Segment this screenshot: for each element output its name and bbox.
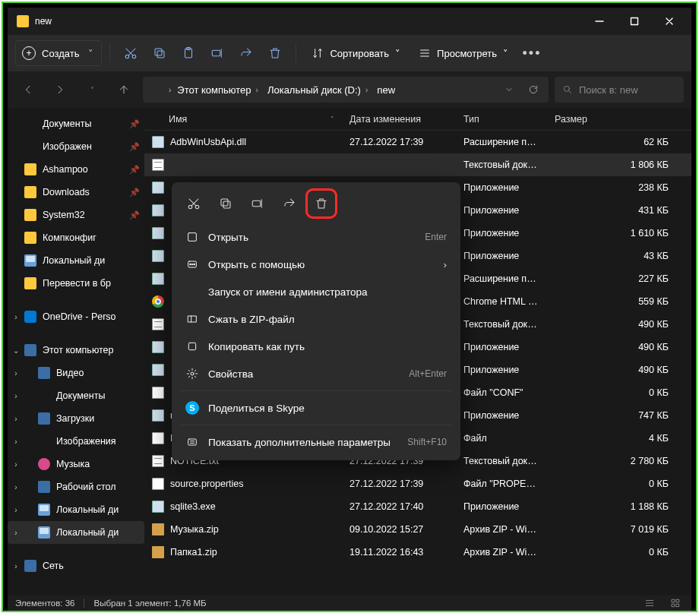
- forward-button[interactable]: [47, 77, 73, 103]
- file-size: 1 188 КБ: [547, 501, 691, 512]
- ctx-show-more[interactable]: Показать дополнительные параметрыShift+F…: [176, 428, 456, 456]
- txt-icon: [152, 159, 164, 171]
- more-button[interactable]: •••: [519, 40, 545, 66]
- ctx-cut-button[interactable]: [179, 190, 208, 217]
- file-row[interactable]: sqlite3.exe27.12.2022 17:40Приложение1 1…: [144, 495, 691, 518]
- ctx-share-skype[interactable]: S Поделиться в Skype: [176, 394, 456, 422]
- window-icon: [17, 15, 29, 27]
- delete-button[interactable]: [262, 40, 288, 66]
- file-size: 1 806 КБ: [547, 160, 691, 170]
- copy-button[interactable]: [147, 40, 172, 66]
- open-icon: [185, 230, 199, 244]
- ctx-compress-zip[interactable]: Сжать в ZIP-файл: [176, 305, 456, 333]
- sidebar-item[interactable]: ›Музыка: [8, 453, 144, 475]
- ctx-share-button[interactable]: [275, 190, 304, 217]
- tiles-view-button[interactable]: [667, 596, 684, 610]
- sidebar-item[interactable]: Изображен📌: [8, 135, 144, 158]
- sidebar-network[interactable]: ›Сеть: [8, 554, 144, 577]
- file-size: 62 КБ: [547, 137, 691, 147]
- window-title: new: [35, 16, 52, 27]
- history-dropdown[interactable]: [498, 77, 520, 103]
- sidebar-label: Документы: [56, 390, 105, 401]
- share-button[interactable]: [233, 40, 259, 66]
- ctx-rename-button[interactable]: [243, 190, 272, 217]
- ctx-copy-path[interactable]: Копировать как путь: [176, 333, 456, 360]
- ctx-run-admin[interactable]: Запуск от имени администратора: [176, 278, 456, 305]
- status-count: Элементов: 36: [15, 599, 74, 608]
- file-row[interactable]: Текстовый докум...1 806 КБ: [144, 153, 691, 176]
- crumb-folder[interactable]: new: [374, 78, 398, 101]
- crumb-thispc[interactable]: Этот компьютер›: [174, 78, 261, 101]
- svg-rect-21: [188, 439, 197, 445]
- file-type: Приложение: [456, 501, 547, 512]
- svg-rect-3: [157, 51, 164, 58]
- sidebar-onedrive[interactable]: ›OneDrive - Perso: [8, 305, 144, 328]
- sidebar-item[interactable]: ›Документы: [8, 384, 144, 407]
- breadcrumb[interactable]: › Этот компьютер› Локальный диск (D:)› n…: [143, 77, 549, 103]
- skype-icon: S: [185, 401, 199, 415]
- doc-icon: [24, 141, 36, 153]
- drive-icon: [38, 526, 50, 539]
- col-name[interactable]: Имя˄: [144, 114, 342, 125]
- file-row[interactable]: AdbWinUsbApi.dll27.12.2022 17:39Расширен…: [144, 131, 691, 153]
- sidebar-item[interactable]: Локальный ди: [8, 249, 144, 272]
- ctx-open-with[interactable]: Открыть с помощью›: [176, 251, 456, 278]
- svg-rect-4: [155, 49, 162, 55]
- sidebar-item[interactable]: ›Изображения: [8, 430, 144, 453]
- paste-button[interactable]: [176, 40, 201, 66]
- sidebar-item[interactable]: ›Загрузки: [8, 407, 144, 430]
- svg-rect-24: [672, 604, 675, 607]
- exe-icon: [152, 136, 164, 148]
- crumb-drive[interactable]: Локальный диск (D:)›: [264, 78, 371, 101]
- up-button[interactable]: [111, 77, 137, 103]
- refresh-button[interactable]: [523, 77, 544, 103]
- drive-icon: [24, 254, 36, 267]
- col-size[interactable]: Размер: [547, 114, 691, 125]
- sidebar-item[interactable]: Компконфиг: [8, 226, 144, 249]
- sidebar-label: Музыка: [56, 459, 90, 469]
- col-type[interactable]: Тип: [456, 114, 547, 125]
- col-date[interactable]: Дата изменения: [342, 114, 456, 125]
- sidebar-item[interactable]: ›Видео: [8, 362, 144, 384]
- view-button[interactable]: Просмотреть ˅: [411, 40, 516, 66]
- sidebar-item[interactable]: ›Локальный ди: [8, 498, 144, 521]
- search-box[interactable]: Поиск в: new: [555, 77, 684, 103]
- file-type: Приложение: [456, 410, 547, 421]
- sidebar-item[interactable]: Документы📌: [8, 112, 144, 135]
- new-button[interactable]: + Создать ˅: [15, 40, 102, 66]
- details-view-button[interactable]: [641, 596, 658, 610]
- sidebar-item[interactable]: ›Локальный ди: [8, 521, 144, 544]
- ctx-properties[interactable]: СвойстваAlt+Enter: [176, 360, 456, 387]
- context-menu: ОткрытьEnter Открыть с помощью› Запуск о…: [172, 182, 460, 460]
- sort-button[interactable]: Сортировать ˅: [304, 40, 408, 66]
- file-row[interactable]: Музыка.zip09.10.2022 15:27Архив ZIP - Wi…: [144, 518, 691, 541]
- ctx-open[interactable]: ОткрытьEnter: [176, 223, 456, 251]
- sidebar-item[interactable]: Ashampoo📌: [8, 158, 144, 181]
- sidebar-item[interactable]: Downloads📌: [8, 181, 144, 204]
- rename-button[interactable]: [204, 40, 230, 66]
- back-button[interactable]: [15, 77, 41, 103]
- ctx-delete-button[interactable]: [307, 190, 336, 217]
- file-type: Файл: [456, 433, 547, 444]
- minimize-button[interactable]: [582, 8, 617, 35]
- pc-icon: [24, 344, 36, 356]
- sidebar-item[interactable]: ›Рабочий стол: [8, 475, 144, 498]
- file-size: 490 КБ: [547, 319, 691, 330]
- ctx-copy-button[interactable]: [211, 190, 240, 217]
- svg-rect-12: [221, 199, 228, 206]
- sidebar-thispc[interactable]: ⌄Этот компьютер: [8, 339, 144, 362]
- file-row[interactable]: source.properties27.12.2022 17:39Файл "P…: [144, 472, 691, 495]
- pin-icon: 📌: [129, 142, 140, 152]
- sidebar-item[interactable]: System32📌: [8, 204, 144, 226]
- file-date: 27.12.2022 17:39: [342, 479, 456, 489]
- maximize-button[interactable]: [617, 8, 652, 35]
- close-button[interactable]: [652, 8, 687, 35]
- cut-button[interactable]: [118, 40, 144, 66]
- file-size: 0 КБ: [547, 547, 691, 558]
- sidebar-item[interactable]: Перевести в бр: [8, 272, 144, 295]
- disp-icon: [38, 481, 50, 493]
- recent-button[interactable]: ˅: [79, 77, 105, 103]
- file-row[interactable]: Папка1.zip19.11.2022 16:43Архив ZIP - Wi…: [144, 541, 691, 564]
- music-icon: [38, 458, 50, 470]
- file-type: Приложение: [456, 228, 547, 239]
